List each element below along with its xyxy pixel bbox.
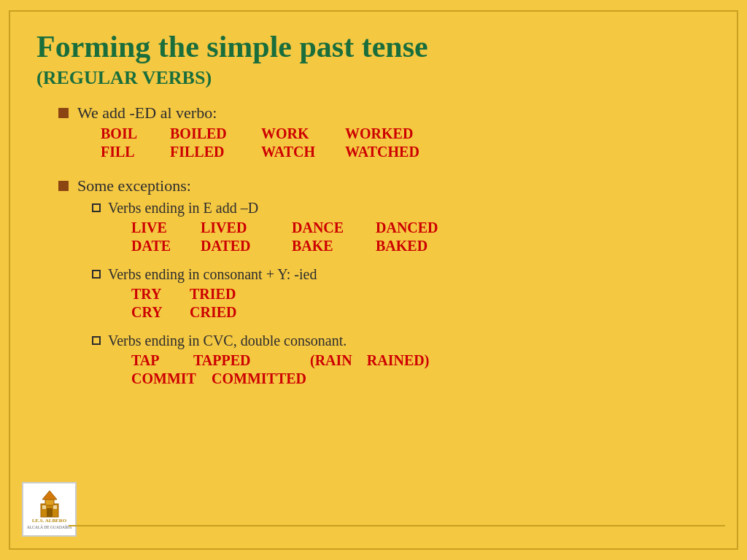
rain-rained: (RAIN RAINED) [310, 352, 429, 369]
bottom-divider [69, 525, 725, 526]
bullet-1-words: BOIL BOILED WORK WORKED FILL FILLED [77, 125, 422, 160]
bullet-item-2: Some exceptions: Verbs ending in E add –… [58, 176, 711, 399]
word-work: WORK [261, 125, 341, 142]
word-dance: DANCE [292, 219, 372, 236]
bullet-2-body: Some exceptions: Verbs ending in E add –… [77, 176, 452, 399]
word-rain-paren: (RAIN [310, 352, 352, 368]
sub-3-words: TAP TAPPED (RAIN RAINED) [108, 352, 429, 387]
sub-bullet-square-3 [92, 336, 101, 345]
word-date: DATE [131, 238, 197, 254]
word-bake: BAKE [292, 238, 372, 254]
word-live: LIVE [131, 219, 197, 236]
word-watched: WATCHED [345, 144, 419, 160]
word-dated: DATED [201, 238, 266, 254]
svg-marker-2 [42, 491, 57, 499]
word-fill: FILL [101, 144, 166, 160]
sub-1-body: Verbs ending in E add –D LIVE LIVED DANC… [108, 200, 452, 259]
slide: Forming the simple past tense (REGULAR V… [9, 10, 738, 550]
bullet-2-label: Some exceptions: [77, 176, 452, 195]
word-rained: RAINED) [367, 352, 430, 368]
sub-bullet-square-2 [92, 270, 101, 279]
word-tap: TAP [131, 352, 190, 369]
word-filled: FILLED [170, 144, 236, 160]
bullet-1-label: We add -ED al verbo: [77, 104, 422, 122]
sub-1-words: LIVE LIVED DANCE DANCED [108, 219, 452, 254]
word-cry: CRY [131, 304, 190, 321]
word-boiled: BOILED [170, 125, 236, 142]
slide-subtitle: (REGULAR VERBS) [36, 67, 711, 89]
word-cried: CRIED [190, 304, 255, 321]
word-commit: COMMIT [131, 370, 212, 387]
work-worked: WORK WORKED [261, 125, 422, 142]
live-lived: LIVE LIVED [131, 219, 292, 236]
sub-3-label: Verbs ending in CVC, double consonant. [108, 332, 429, 349]
word-lived: LIVED [201, 219, 266, 236]
word-danced: DANCED [376, 219, 441, 236]
dance-danced: DANCE DANCED [292, 219, 452, 236]
sub-red-row-1: LIVE LIVED DANCE DANCED [131, 219, 452, 236]
sub-red-row-2: DATE DATED BAKE BAKED [131, 238, 452, 254]
sub-bullet-2: Verbs ending in consonant + Y: -ied TRY … [92, 266, 452, 325]
word-watch: WATCH [261, 144, 341, 160]
word-worked: WORKED [345, 125, 413, 142]
sub-red-row-4: CRY CRIED [131, 304, 317, 321]
sub-content: Verbs ending in E add –D LIVE LIVED DANC… [77, 200, 452, 392]
svg-rect-4 [42, 505, 46, 509]
bullet-item-1: We add -ED al verbo: BOIL BOILED WORK WO… [58, 104, 711, 165]
bullet-square-1 [58, 108, 69, 118]
word-try: TRY [131, 286, 190, 303]
word-tapped: TAPPED [193, 352, 310, 369]
boil-boiled: BOIL BOILED [101, 125, 261, 142]
watch-watched: WATCH WATCHED [261, 144, 422, 160]
sub-2-body: Verbs ending in consonant + Y: -ied TRY … [108, 266, 317, 325]
main-content: We add -ED al verbo: BOIL BOILED WORK WO… [36, 104, 711, 399]
logo-name: I.E.S. ALBERO [32, 518, 66, 524]
word-tried: TRIED [190, 286, 255, 303]
red-row-2: FILL FILLED WATCH WATCHED [101, 144, 422, 160]
red-row-1: BOIL BOILED WORK WORKED [101, 125, 422, 142]
sub-red-row-3: TRY TRIED [131, 286, 317, 303]
school-logo: I.E.S. ALBERO ALCALÁ DE GUADAÍRA [22, 482, 77, 537]
word-committed: COMMITTED [212, 370, 306, 387]
sub-red-row-6: COMMIT COMMITTED [131, 370, 429, 387]
logo-location: ALCALÁ DE GUADAÍRA [27, 525, 72, 529]
slide-title: Forming the simple past tense [36, 29, 711, 64]
logo-icon [35, 489, 64, 518]
word-boil: BOIL [101, 125, 166, 142]
sub-bullet-1: Verbs ending in E add –D LIVE LIVED DANC… [92, 200, 452, 259]
bake-baked: BAKE BAKED [292, 238, 452, 254]
date-dated: DATE DATED [131, 238, 292, 254]
svg-rect-5 [53, 505, 57, 509]
sub-2-label: Verbs ending in consonant + Y: -ied [108, 266, 317, 283]
sub-2-words: TRY TRIED CRY CRIED [108, 286, 317, 321]
svg-rect-3 [47, 508, 53, 517]
sub-3-body: Verbs ending in CVC, double consonant. T… [108, 332, 429, 392]
word-baked: BAKED [376, 238, 441, 254]
tap-tapped: TAP TAPPED [131, 352, 310, 369]
fill-filled: FILL FILLED [101, 144, 261, 160]
bullet-square-2 [58, 181, 69, 191]
sub-bullet-square-1 [92, 203, 101, 212]
sub-1-label: Verbs ending in E add –D [108, 200, 452, 217]
sub-red-row-5: TAP TAPPED (RAIN RAINED) [131, 352, 429, 369]
bullet-1-body: We add -ED al verbo: BOIL BOILED WORK WO… [77, 104, 422, 165]
sub-bullet-3: Verbs ending in CVC, double consonant. T… [92, 332, 452, 392]
